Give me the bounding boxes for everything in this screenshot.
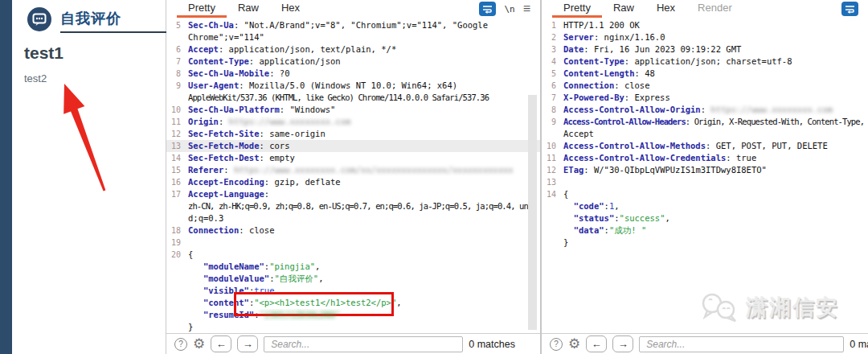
code-line[interactable]: 17Accept-Language: (166, 188, 540, 200)
code-line[interactable]: 11Origin: https://www.xxxxxxxx.com (166, 116, 540, 128)
line-number (166, 309, 184, 321)
title-underline (60, 31, 166, 33)
gear-icon[interactable]: ⚙ (193, 337, 205, 351)
help-icon[interactable]: ? (550, 338, 563, 351)
code-line[interactable]: 13 (542, 176, 868, 188)
response-panel: Pretty Raw Hex Render 1HTTP/1.1 200 OK2S… (542, 0, 868, 354)
code-text: zh-CN, zh-HK;q=0.9, zh;q=0.8, en-US;q=0.… (184, 200, 540, 212)
code-line[interactable]: 9Access-Control-Allow-Headers: Origin, X… (542, 116, 868, 128)
code-line[interactable]: 7X-Powered-By: Express (542, 92, 868, 104)
code-line[interactable]: "visible":true, (166, 285, 540, 297)
code-text: { (559, 188, 868, 200)
code-text: Referer: https://www.xxxxxxxx.com/xx/xxx… (184, 164, 540, 176)
code-line[interactable]: Accept (542, 128, 868, 140)
code-text: User-Agent: Mozilla/5.0 (Windows NT 10.0… (184, 80, 540, 92)
line-number (166, 321, 184, 333)
code-line[interactable]: 4Content-Type: application/json; charset… (542, 56, 868, 68)
code-line[interactable]: 20{ (166, 249, 540, 261)
code-line[interactable]: 6Accept: application/json, text/plain, *… (166, 43, 540, 56)
tab-pretty[interactable]: Pretty (177, 0, 227, 18)
search-next-button[interactable]: → (612, 335, 633, 352)
help-icon[interactable]: ? (174, 338, 187, 351)
response-tabs: Pretty Raw Hex Render (542, 0, 868, 18)
code-line[interactable]: 13Sec-Fetch-Mode: cors (166, 140, 540, 152)
code-text: d;q=0.3 (184, 212, 540, 224)
code-text: Accept: application/json, text/plain, */… (184, 43, 540, 56)
code-line[interactable]: } (542, 237, 868, 249)
show-newlines-toggle[interactable]: \n (504, 4, 514, 14)
tab-pretty[interactable]: Pretty (552, 0, 602, 18)
code-line[interactable]: d;q=0.3 (166, 212, 540, 224)
line-number: 2 (542, 31, 559, 43)
code-text: X-Powered-By: Express (559, 92, 868, 104)
code-text: HTTP/1.1 200 OK (559, 19, 868, 31)
tab-raw[interactable]: Raw (602, 0, 645, 18)
code-line[interactable]: 10Access-Control-Allow-Methods: GET, POS… (542, 140, 868, 152)
code-text: Sec-Ch-Ua-Mobile: ?0 (184, 68, 540, 80)
line-number: 9 (542, 116, 559, 128)
code-line[interactable]: 9User-Agent: Mozilla/5.0 (Windows NT 10.… (166, 80, 540, 92)
tab-raw[interactable]: Raw (227, 0, 270, 18)
code-line[interactable]: 1HTTP/1.1 200 OK (542, 19, 868, 31)
code-line[interactable]: 12Sec-Fetch-Site: same-origin (166, 128, 540, 140)
code-line[interactable]: 8Access-Control-Allow-Origin: https://ww… (542, 104, 868, 116)
code-line[interactable]: 7Content-Type: application/json (166, 56, 540, 68)
code-line[interactable]: "resumeId":"2365J1Z830LDN9" (166, 309, 540, 321)
tab-render[interactable]: Render (686, 0, 743, 18)
word-wrap-toggle-icon[interactable] (479, 2, 496, 16)
tab-hex[interactable]: Hex (645, 0, 686, 18)
code-line[interactable]: "data":"成功! " (542, 224, 868, 237)
burp-editor-screenshot: 自我评价 test1 test2 Pretty Raw Hex \n ≡ (0, 0, 868, 354)
code-line[interactable]: "moduleValue":"自我评价", (166, 273, 540, 285)
request-scrollbar[interactable] (528, 95, 537, 330)
search-prev-button[interactable]: ← (211, 335, 231, 352)
injected-text-test2: test2 (24, 72, 47, 84)
code-line[interactable]: "content":"<p><h1>test1</h1>test2</p>", (166, 297, 540, 309)
code-text: "status":"success", (559, 212, 868, 224)
code-text: AppleWebKit/537.36 (KHTML, like Gecko) C… (184, 92, 540, 104)
code-line[interactable]: 5Content-Length: 48 (542, 68, 868, 80)
code-text: Content-Type: application/json; charset=… (559, 56, 868, 68)
line-number: 12 (542, 164, 559, 176)
code-text: Sec-Fetch-Mode: cors (184, 140, 540, 152)
code-line[interactable]: 18Connection: close (166, 224, 540, 237)
line-number: 9 (166, 80, 184, 92)
code-line[interactable]: 3Date: Fri, 16 Jun 2023 09:19:22 GMT (542, 43, 868, 56)
code-line[interactable]: 14Sec-Fetch-Dest: empty (166, 152, 540, 164)
code-line[interactable]: } (166, 321, 540, 333)
code-line[interactable]: 14{ (542, 188, 868, 200)
line-number: 16 (166, 176, 184, 188)
code-line[interactable]: "status":"success", (542, 212, 868, 224)
code-line[interactable]: zh-CN, zh-HK;q=0.9, zh;q=0.8, en-US;q=0.… (166, 200, 540, 212)
code-line[interactable]: "code":1, (542, 200, 868, 212)
tab-hex[interactable]: Hex (270, 0, 311, 18)
line-number: 11 (542, 152, 559, 164)
code-line[interactable]: AppleWebKit/537.36 (KHTML, like Gecko) C… (166, 92, 540, 104)
code-line[interactable]: 11Access-Control-Allow-Credentials: true (542, 152, 868, 164)
code-line[interactable]: "moduleName":"pingjia", (166, 261, 540, 273)
code-line[interactable]: 12ETag: W/"30-QIbpLqVWPUzIS1m3ITDwy8I8ET… (542, 164, 868, 176)
code-line[interactable]: 15Referer: https://www.xxxxxxxx.com/xx/x… (166, 164, 540, 176)
search-prev-button[interactable]: ← (586, 335, 607, 352)
search-next-button[interactable]: → (237, 335, 258, 352)
code-line[interactable]: 5Sec-Ch-Ua: "Not.A/Brand";v="8", "Chromi… (166, 19, 540, 31)
code-text: Connection: close (184, 224, 540, 237)
word-wrap-toggle-icon[interactable] (841, 2, 858, 16)
response-editor[interactable]: 1HTTP/1.1 200 OK2Server: nginx/1.16.03Da… (542, 18, 868, 333)
code-line[interactable]: 6Connection: close (542, 80, 868, 92)
request-editor[interactable]: 5Sec-Ch-Ua: "Not.A/Brand";v="8", "Chromi… (166, 18, 540, 333)
code-text: Content-Length: 48 (559, 68, 868, 80)
editor-menu-icon[interactable]: ≡ (523, 2, 530, 15)
code-line[interactable]: 19 (166, 237, 540, 249)
code-line[interactable]: 10Sec-Ch-Ua-Platform: "Windows" (166, 104, 540, 116)
response-search-input[interactable] (639, 336, 844, 352)
code-line[interactable]: Chrome";v="114" (166, 31, 540, 43)
request-tabs: Pretty Raw Hex \n ≡ (166, 0, 540, 18)
code-line[interactable]: 16Accept-Encoding: gzip, deflate (166, 176, 540, 188)
line-number: 8 (166, 68, 184, 80)
code-line[interactable]: 2Server: nginx/1.16.0 (542, 31, 868, 43)
code-line[interactable]: 8Sec-Ch-Ua-Mobile: ?0 (166, 68, 540, 80)
code-text: Access-Control-Allow-Methods: GET, POST,… (559, 140, 868, 152)
gear-icon[interactable]: ⚙ (568, 337, 580, 351)
request-search-input[interactable] (264, 336, 463, 352)
